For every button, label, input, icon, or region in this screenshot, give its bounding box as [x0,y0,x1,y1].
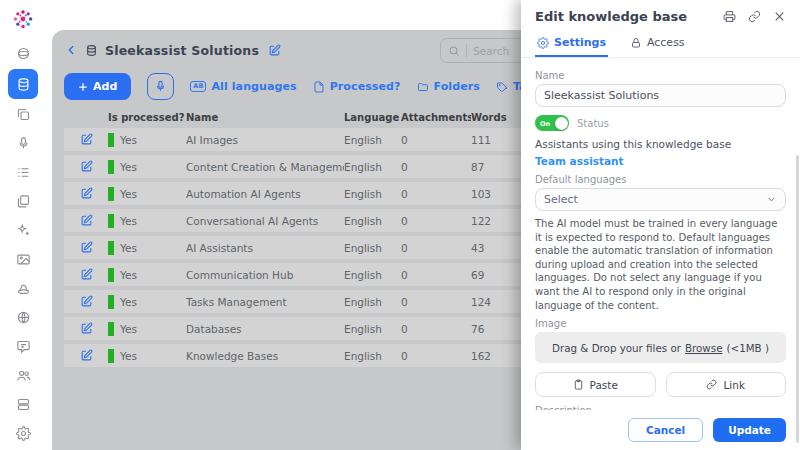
gear-icon [537,37,549,49]
sidebar-item-web[interactable] [10,304,36,330]
app-logo[interactable] [10,6,36,32]
row-attachments: 0 [401,269,471,281]
sidebar-item-knowledge-bases[interactable] [8,69,38,99]
sidebar-item-chat[interactable] [10,333,36,359]
tag-icon [496,81,508,93]
default-languages-select[interactable]: Select [535,188,786,211]
search-icon [448,45,460,57]
microphone-icon [154,80,167,93]
edit-row-icon[interactable] [80,241,93,254]
link-button[interactable]: Link [666,372,787,397]
sidebar-item-ai-tools[interactable] [10,217,36,243]
sidebar [0,0,46,450]
row-language: English [344,188,401,200]
panel-body: Name On Status Assistants using this kno… [521,58,800,410]
row-name: Tasks Management [186,296,344,308]
panel-tabs: Settings Access [521,28,800,58]
row-name: Automation AI Agents [186,188,344,200]
row-language: English [344,323,401,335]
page-title: Sleekassist Solutions [105,43,259,58]
sidebar-item-servers[interactable] [10,391,36,417]
sidebar-item-copies[interactable] [10,101,36,127]
close-icon[interactable] [773,10,786,23]
processed-value: Yes [120,215,137,227]
back-button[interactable] [64,43,78,57]
edit-row-icon[interactable] [80,187,93,200]
hat-icon [16,281,31,296]
edit-row-icon[interactable] [80,160,93,173]
filter-all-languages[interactable]: AB All languages [190,80,296,93]
database-icon [16,77,31,92]
image-icon [16,252,31,267]
processed-value: Yes [120,350,137,362]
printer-icon[interactable] [723,10,736,23]
panel-footer: Cancel Update [521,410,800,450]
microphone-icon [16,136,31,151]
toggle-on-text: On [540,120,550,128]
name-input[interactable] [535,84,786,107]
sparkles-icon [16,223,31,238]
row-attachments: 0 [401,188,471,200]
sidebar-item-tasks[interactable] [10,159,36,185]
sidebar-item-agents[interactable] [10,275,36,301]
tab-access[interactable]: Access [628,32,687,57]
row-name: AI Assistants [186,242,344,254]
row-name: Communication Hub [186,269,344,281]
processed-indicator [108,187,114,201]
edit-row-icon[interactable] [80,268,93,281]
row-attachments: 0 [401,215,471,227]
link-icon[interactable] [748,10,761,23]
processed-indicator [108,349,114,363]
edit-row-icon[interactable] [80,322,93,335]
cancel-button[interactable]: Cancel [628,418,703,442]
row-name: Conversational AI Agents [186,215,344,227]
row-name: AI Images [186,134,344,146]
row-language: English [344,296,401,308]
tab-settings[interactable]: Settings [535,32,608,57]
filter-folders[interactable]: Folders [417,80,480,93]
panel-title: Edit knowledge base [535,9,723,24]
sidebar-item-users[interactable] [10,362,36,388]
link-icon [706,379,717,390]
image-label: Image [535,318,786,329]
edit-row-icon[interactable] [80,214,93,227]
users-icon [16,368,31,383]
copy-icon [16,107,31,122]
sidebar-item-documents[interactable] [10,188,36,214]
paste-button[interactable]: Paste [535,372,656,397]
chevron-down-icon [766,194,777,205]
processed-indicator [108,133,114,147]
sidebar-item-settings[interactable] [10,420,36,446]
edit-row-icon[interactable] [80,349,93,362]
sidebar-item-images[interactable] [10,246,36,272]
default-languages-label: Default languages [535,174,786,185]
sidebar-item-voice[interactable] [10,130,36,156]
folder-icon [417,81,429,93]
team-assistant-link[interactable]: Team assistant [535,155,624,167]
row-attachments: 0 [401,350,471,362]
panel-scrollbar[interactable] [796,155,799,443]
row-attachments: 0 [401,134,471,146]
image-dropzone[interactable]: Drag & Drop your files or Browse (<1MB ) [535,332,786,363]
processed-value: Yes [120,296,137,308]
row-language: English [344,269,401,281]
edit-row-icon[interactable] [80,295,93,308]
voice-add-button[interactable] [147,73,174,100]
checklist-icon [16,165,31,180]
sidebar-item-overview[interactable] [10,40,36,66]
filter-processed[interactable]: Processed? [313,80,401,93]
edit-title-button[interactable] [268,44,281,57]
clipboard-icon [573,379,584,390]
edit-row-icon[interactable] [80,133,93,146]
name-label: Name [535,70,786,81]
row-language: English [344,134,401,146]
processed-value: Yes [120,188,137,200]
row-language: English [344,215,401,227]
add-button[interactable]: Add [64,73,131,100]
processed-value: Yes [120,323,137,335]
description-label: Description [535,405,786,410]
edit-knowledge-base-panel: Edit knowledge base Settings Access Name… [521,0,800,450]
update-button[interactable]: Update [713,418,786,442]
status-toggle[interactable]: On [535,115,569,131]
browse-link[interactable]: Browse [685,342,723,354]
